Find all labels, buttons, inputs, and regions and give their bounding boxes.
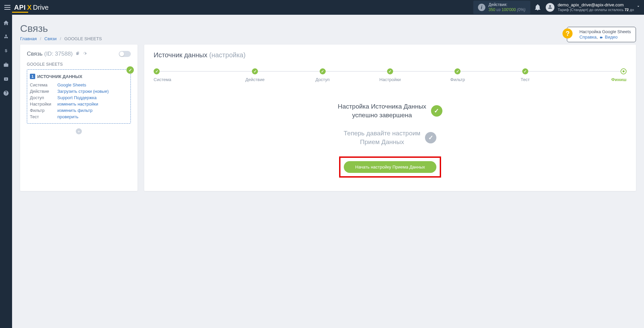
actions-counter-box[interactable]: i Действия: 350 из 100'000 (0%) <box>473 1 530 14</box>
connection-card-title: Связь (ID: 37588) <box>27 51 87 57</box>
page-header: Связь Главная / Связи / GOOGLE SHEETS ? … <box>20 23 636 41</box>
step-item[interactable]: ✓Действие <box>221 68 288 82</box>
cta-wrap: Начать настройку Приема Данных <box>154 156 627 178</box>
row-value-link[interactable]: Загрузить строки (новые) <box>57 89 109 94</box>
info-icon: i <box>478 4 485 11</box>
table-row: Фильтризменить фильтр <box>30 107 128 114</box>
step-item[interactable]: ✓Тест <box>491 68 559 82</box>
actions-counter-text: Действия: 350 из 100'000 (0%) <box>489 2 526 12</box>
step-label: Система <box>154 77 171 82</box>
help-link-video[interactable]: Видео <box>605 35 618 40</box>
check-icon: ✓ <box>454 68 461 74</box>
actions-percent: (0%) <box>517 7 525 12</box>
top-navbar: APIXDrive i Действия: 350 из 100'000 (0%… <box>0 0 644 15</box>
notifications-bell-icon[interactable] <box>535 4 540 10</box>
check-icon: ✓ <box>320 68 326 74</box>
row-value-link[interactable]: изменить фильтр <box>57 108 93 113</box>
hamburger-menu-icon[interactable] <box>3 0 12 15</box>
avatar-icon <box>546 3 554 12</box>
step-label: Финиш <box>611 77 627 82</box>
step-item[interactable]: Финиш <box>559 68 627 82</box>
help-question-icon[interactable]: ? <box>562 28 573 39</box>
cta-highlight-box: Начать настройку Приема Данных <box>339 156 441 178</box>
actions-values: 350 из 100'000 (0%) <box>489 7 526 12</box>
connection-id: 37588 <box>55 51 71 57</box>
step-item[interactable]: ✓Доступ <box>289 68 356 82</box>
check-icon: ✓ <box>522 68 528 74</box>
actions-of: из <box>496 7 500 12</box>
user-plan: Тариф |Стандарт| до оплаты осталось 72 д… <box>558 7 634 12</box>
row-key: Действие <box>30 88 57 94</box>
user-account-block[interactable]: demo_apix_drive@apix-drive.com Тариф |Ст… <box>546 2 644 12</box>
check-icon: ✓ <box>154 68 160 74</box>
message-next-text: Теперь давайте настроим Прием Данных <box>344 129 421 146</box>
connections-icon[interactable] <box>3 34 9 40</box>
table-row: СистемаGoogle Sheets <box>30 82 128 88</box>
source-setup-title-main: Источник данных <box>154 51 207 59</box>
connection-enable-toggle[interactable] <box>119 51 131 57</box>
youtube-icon[interactable] <box>3 76 9 82</box>
table-row: Настройкиизменить настройки <box>30 101 128 107</box>
question-icon[interactable] <box>3 90 9 96</box>
home-icon[interactable] <box>3 19 9 26</box>
breadcrumb: Главная / Связи / GOOGLE SHEETS <box>20 36 102 41</box>
breadcrumb-home[interactable]: Главная <box>20 36 37 41</box>
help-link-docs[interactable]: Справка <box>579 35 596 40</box>
row-key: Тест <box>30 114 57 120</box>
step-item[interactable]: ✓Фильтр <box>424 68 491 82</box>
message-done-line1: Настройка Источника Данных <box>338 103 426 110</box>
breadcrumb-sep: / <box>40 36 41 41</box>
dollar-icon[interactable] <box>3 48 9 54</box>
step-item[interactable]: ✓Настройки <box>356 68 424 82</box>
check-icon: ✓ <box>126 66 134 74</box>
breadcrumb-sep: / <box>60 36 61 41</box>
message-done-text: Настройка Источника Данных успешно завер… <box>338 102 426 120</box>
brand-text-drive: Drive <box>33 4 49 11</box>
actions-used: 350 <box>489 7 495 12</box>
start-destination-setup-button[interactable]: Начать настройку Приема Данных <box>344 161 436 173</box>
row-key: Система <box>30 82 57 88</box>
plan-days-unit: дн <box>629 8 634 12</box>
brand-text-x: X <box>27 4 32 11</box>
user-email: demo_apix_drive@apix-drive.com <box>558 2 634 7</box>
row-key: Фильтр <box>30 107 57 114</box>
message-next-line1: Теперь давайте настроим <box>344 130 421 137</box>
row-value-link[interactable]: проверить <box>57 114 78 119</box>
row-key: Доступ <box>30 94 57 101</box>
plan-name: |Стандарт| <box>570 8 588 12</box>
table-row: Тестпроверить <box>30 114 128 120</box>
message-done-line2: успешно завершена <box>352 112 412 119</box>
copy-icon[interactable] <box>76 52 81 57</box>
message-row-next: Теперь давайте настроим Прием Данных ✓ <box>344 129 437 146</box>
table-row: ДоступSupport Поддержка <box>30 94 128 101</box>
brand-underline <box>12 12 28 13</box>
row-value-link[interactable]: изменить настройки <box>57 102 98 107</box>
help-box: ? Настройка Google Sheets Справка, Видео <box>567 27 636 42</box>
actions-limit: 100'000 <box>502 7 516 12</box>
message-next-line2: Прием Данных <box>360 138 404 145</box>
help-title: Настройка Google Sheets <box>579 29 631 35</box>
connection-id-prefix: (ID: <box>44 51 55 57</box>
row-value-link[interactable]: Google Sheets <box>57 82 86 87</box>
breadcrumb-connections[interactable]: Связи <box>44 36 56 41</box>
gear-icon[interactable] <box>82 52 87 57</box>
step-label: Фильтр <box>450 77 465 82</box>
brand-logo[interactable]: APIXDrive <box>14 4 49 11</box>
connection-summary-card: Связь (ID: 37588) GOOGLE SHEETS ✓ <box>20 45 138 191</box>
step-item[interactable]: ✓Система <box>154 68 221 82</box>
data-source-table: СистемаGoogle Sheets ДействиеЗагрузить с… <box>30 82 128 120</box>
plan-suffix: до оплаты осталось <box>588 8 625 12</box>
help-links: Справка, Видео <box>579 35 631 40</box>
connection-title-text: Связь <box>27 51 43 57</box>
user-meta: demo_apix_drive@apix-drive.com Тариф |Ст… <box>558 2 634 12</box>
step-label: Доступ <box>315 77 329 82</box>
add-destination-button[interactable]: + <box>76 128 82 134</box>
source-setup-title: Источник данных (настройка) <box>154 51 627 59</box>
briefcase-icon[interactable] <box>3 62 9 68</box>
actions-label: Действия: <box>489 2 526 7</box>
chevron-down-icon[interactable] <box>636 4 641 9</box>
data-source-head-text: ИСТОЧНИК ДАННЫХ <box>37 74 82 79</box>
step-current-dot <box>621 68 627 74</box>
main-content: Связь Главная / Связи / GOOGLE SHEETS ? … <box>12 15 644 199</box>
row-value-link[interactable]: Support Поддержка <box>57 95 97 100</box>
